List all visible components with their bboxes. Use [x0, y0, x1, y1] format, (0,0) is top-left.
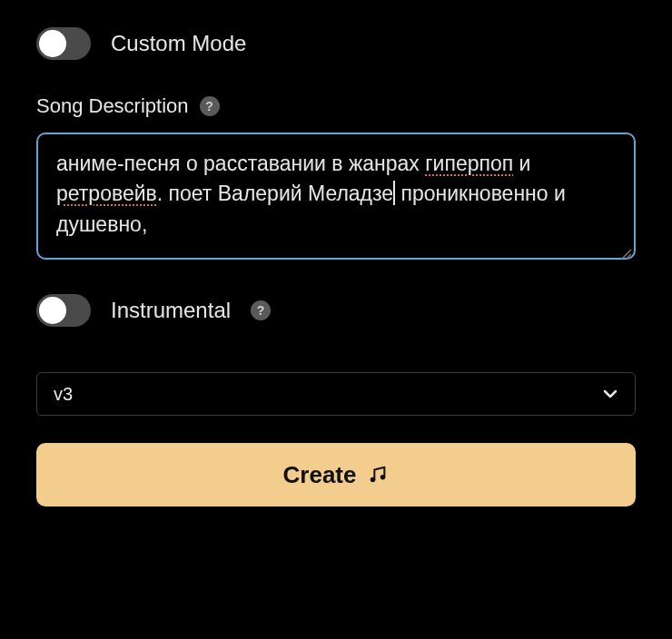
custom-mode-label: Custom Mode: [111, 31, 246, 56]
music-note-icon: [367, 464, 389, 486]
song-description-label: Song Description: [36, 94, 189, 118]
model-selected-value: v3: [54, 384, 73, 405]
help-icon[interactable]: ?: [200, 96, 220, 116]
help-icon[interactable]: ?: [251, 300, 271, 320]
toggle-knob: [39, 297, 66, 324]
model-select[interactable]: v3: [36, 372, 636, 416]
svg-point-2: [371, 477, 376, 483]
song-description-input[interactable]: [36, 133, 636, 260]
instrumental-toggle[interactable]: [36, 294, 91, 327]
create-button[interactable]: Create: [36, 443, 636, 506]
instrumental-label: Instrumental: [111, 298, 231, 323]
svg-point-3: [380, 475, 386, 480]
chevron-down-icon: [602, 386, 618, 402]
create-button-label: Create: [283, 461, 357, 489]
toggle-knob: [39, 30, 66, 57]
custom-mode-toggle[interactable]: [36, 27, 91, 60]
